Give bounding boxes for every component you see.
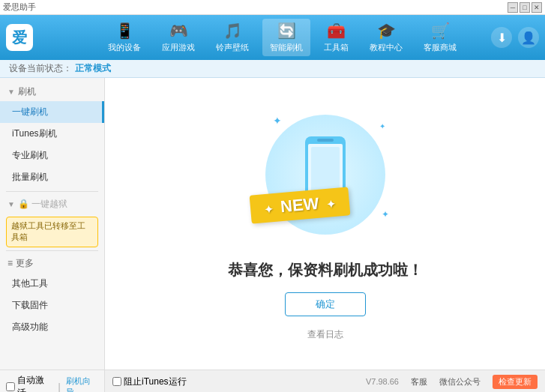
block-itunes-checkbox[interactable]	[112, 377, 121, 386]
nav-item-my-device[interactable]: 📱 我的设备	[100, 19, 148, 56]
title-bar: 爱思助手 ─ □ ✕	[0, 0, 545, 15]
expand-icon-2: ▼	[7, 200, 15, 208]
jailbreak-section: ▼ 🔒 一键越狱 越狱工具已转移至工具箱	[0, 195, 104, 247]
phone-container: ✦ ✦ ✦	[250, 107, 400, 242]
update-button[interactable]: 检查更新	[493, 375, 538, 389]
phone-svg-wrap: NEW	[265, 115, 385, 235]
app-title: 爱思助手	[3, 1, 36, 13]
nav-label-ringtone: 铃声壁纸	[216, 42, 249, 53]
nav-item-store[interactable]: 🛒 客服商城	[416, 19, 464, 56]
nav-label-store: 客服商城	[424, 42, 457, 53]
nav-item-app-game[interactable]: 🎮 应用游戏	[154, 19, 202, 56]
nav-label-my-device: 我的设备	[108, 42, 141, 53]
tutorial-icon: 🎓	[377, 22, 396, 40]
nav-label-tutorial: 教程中心	[370, 42, 403, 53]
flash-section: ▼ 刷机 一键刷机 iTunes刷机 专业刷机 批量刷机	[0, 82, 104, 188]
version-label: V7.98.66	[366, 377, 399, 386]
user-button[interactable]: 👤	[518, 27, 539, 48]
log-link[interactable]: 查看日志	[307, 328, 343, 341]
main-layout: ▼ 刷机 一键刷机 iTunes刷机 专业刷机 批量刷机 ▼ 🔒 一键越狱	[0, 78, 545, 370]
svg-rect-2	[317, 139, 334, 142]
sidebar-item-batch-flash[interactable]: 批量刷机	[0, 166, 104, 188]
nav-item-smart-flash[interactable]: 🔄 智能刷机	[262, 19, 310, 56]
flash-group-header: ▼ 刷机	[0, 82, 104, 101]
footer-right: V7.98.66 客服 微信公众号 检查更新	[366, 375, 538, 389]
store-icon: 🛒	[431, 22, 450, 40]
sidebar-item-other-tools[interactable]: 其他工具	[0, 273, 104, 295]
minimize-button[interactable]: ─	[508, 2, 518, 13]
auto-connect-label: 自动激活	[17, 374, 52, 392]
device-panel: 自动激活 | 刷机向导 📱 iPhone 15 Pro Max 512GB iP…	[0, 370, 105, 392]
auto-connect-checkbox[interactable]	[6, 382, 15, 391]
success-illustration: ✦ ✦ ✦	[228, 107, 423, 341]
sidebar-item-itunes-flash[interactable]: iTunes刷机	[0, 123, 104, 145]
auto-connect-row: 自动激活 | 刷机向导	[6, 374, 98, 392]
logo-area: 爱	[6, 24, 73, 51]
support-link[interactable]: 客服	[411, 376, 427, 388]
more-header-label: 更多	[16, 257, 34, 270]
nav-item-ringtone[interactable]: 🎵 铃声壁纸	[208, 19, 256, 56]
block-itunes-label: 阻止iTunes运行	[124, 376, 187, 388]
guide-link[interactable]: 刷机向导	[66, 376, 98, 392]
nav-label-app-game: 应用游戏	[162, 42, 195, 53]
expand-icon-3: ≡	[7, 258, 13, 268]
nav-right: ⬇ 👤	[491, 27, 539, 48]
main-content: ✦ ✦ ✦	[105, 78, 545, 370]
close-button[interactable]: ✕	[532, 2, 542, 13]
jailbreak-header-label: 🔒 一键越狱	[18, 198, 67, 211]
maximize-button[interactable]: □	[520, 2, 530, 13]
sidebar-item-advanced[interactable]: 高级功能	[0, 316, 104, 338]
nav-label-smart-flash: 智能刷机	[270, 42, 303, 53]
status-label: 设备当前状态：	[9, 62, 72, 75]
smart-flash-icon: 🔄	[277, 22, 296, 40]
sidebar-divider-1	[6, 191, 98, 192]
sidebar-divider-2	[6, 250, 98, 251]
sidebar-item-download-firmware[interactable]: 下载固件	[0, 295, 104, 316]
nav-item-tutorial[interactable]: 🎓 教程中心	[362, 19, 410, 56]
confirm-button[interactable]: 确定	[285, 292, 366, 316]
jailbreak-note: 越狱工具已转移至工具箱	[6, 217, 98, 247]
nav-label-toolbox: 工具箱	[324, 42, 349, 53]
more-section: ≡ 更多 其他工具 下载固件 高级功能	[0, 254, 104, 338]
window-controls: ─ □ ✕	[508, 2, 542, 13]
top-nav: 爱 📱 我的设备 🎮 应用游戏 🎵 铃声壁纸 🔄 智能刷机 🧰 工具箱 🎓 教程…	[0, 15, 545, 60]
title-bar-left: 爱思助手	[3, 1, 36, 13]
expand-icon: ▼	[7, 88, 15, 96]
jailbreak-group-header: ▼ 🔒 一键越狱	[0, 195, 104, 214]
wechat-link[interactable]: 微信公众号	[439, 376, 481, 388]
flash-header-label: 刷机	[18, 85, 36, 98]
sidebar-item-pro-flash[interactable]: 专业刷机	[0, 145, 104, 166]
nav-items: 📱 我的设备 🎮 应用游戏 🎵 铃声壁纸 🔄 智能刷机 🧰 工具箱 🎓 教程中心…	[73, 19, 491, 56]
nav-item-toolbox[interactable]: 🧰 工具箱	[316, 19, 356, 56]
status-bar: 设备当前状态： 正常模式	[0, 60, 545, 78]
bottom-main: 阻止iTunes运行 V7.98.66 客服 微信公众号 检查更新	[105, 370, 545, 392]
bottom-section: 自动激活 | 刷机向导 📱 iPhone 15 Pro Max 512GB iP…	[0, 370, 545, 392]
more-group-header: ≡ 更多	[0, 254, 104, 273]
ringtone-icon: 🎵	[223, 22, 242, 40]
status-value: 正常模式	[75, 62, 111, 75]
sidebar: ▼ 刷机 一键刷机 iTunes刷机 专业刷机 批量刷机 ▼ 🔒 一键越狱	[0, 78, 105, 370]
logo-icon: 爱	[6, 24, 33, 51]
download-button[interactable]: ⬇	[491, 27, 512, 48]
my-device-icon: 📱	[115, 22, 134, 40]
toolbox-icon: 🧰	[327, 22, 346, 40]
block-itunes-row: 阻止iTunes运行	[112, 376, 187, 388]
success-title: 恭喜您，保资料刷机成功啦！	[228, 260, 423, 280]
app-game-icon: 🎮	[169, 22, 188, 40]
sidebar-item-one-key-flash[interactable]: 一键刷机	[0, 101, 104, 123]
